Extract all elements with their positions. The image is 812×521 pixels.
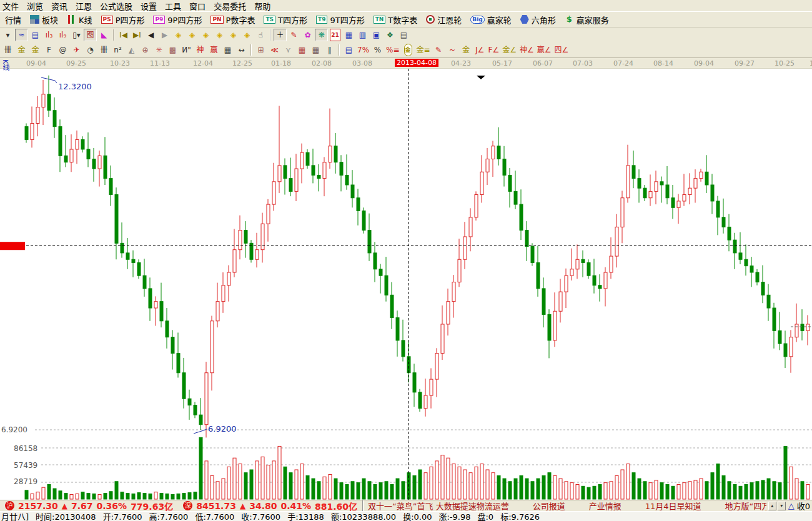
menu-window[interactable]: 窗口 — [188, 0, 207, 12]
scale-tool-icon[interactable]: ▤ — [342, 44, 355, 56]
diamond-expand-icon[interactable]: ◈ — [213, 29, 226, 41]
news-item[interactable]: 11月4日早知道 — [645, 500, 701, 511]
notepad-icon[interactable]: ▥ — [356, 29, 369, 41]
calendar-icon[interactable]: 21 — [329, 29, 342, 41]
prev-page-icon[interactable]: ◀ — [144, 29, 157, 41]
time-circle-icon[interactable]: ◔ — [84, 44, 97, 56]
hand-tool-icon[interactable]: ☝ — [254, 29, 267, 41]
flower-tool-icon[interactable]: ✿ — [301, 29, 314, 41]
v-wave-icon[interactable]: ⋎ — [282, 44, 295, 56]
gold-tool-icon[interactable]: 金 — [460, 44, 473, 56]
news-item[interactable]: 公司报道 — [533, 500, 565, 511]
pct-tool-icon[interactable]: % — [371, 44, 384, 56]
candle-edit-icon[interactable]: ✎ — [432, 44, 445, 56]
bars-3-icon[interactable]: ıl₃ — [42, 29, 56, 41]
shen-angle-icon[interactable]: 神∠ — [518, 44, 535, 56]
diamond-all-icon[interactable]: ◈ — [240, 29, 254, 41]
next-page-icon[interactable]: ▶ — [158, 29, 171, 41]
menu-trade-order[interactable]: 交易委托 — [212, 0, 247, 12]
menu-tools[interactable]: 工具 — [164, 0, 182, 12]
toolbar-market-quotes[interactable]: 行情 — [1, 12, 26, 27]
circle-cross-icon[interactable]: ⊕ — [139, 44, 152, 56]
menu-help[interactable]: 帮助 — [253, 0, 272, 12]
diamond-h-move-icon[interactable]: ◈ — [199, 29, 212, 41]
menu-settings[interactable]: 设置 — [139, 0, 158, 12]
angle-mirror-icon[interactable]: ◭ — [125, 44, 138, 56]
gold-circle-icon[interactable]: 金 — [402, 44, 415, 56]
color-bars-icon[interactable]: ◣ — [97, 29, 111, 41]
news-item[interactable]: 地方版“四万亿”会给中国经济带来 — [725, 500, 766, 511]
export-icon[interactable]: ❖ — [384, 29, 397, 41]
ticker-down-button[interactable]: ▾ — [778, 502, 786, 510]
first-page-icon[interactable]: Ⅰ◀ — [117, 29, 130, 41]
spiral-tool-icon[interactable]: @ — [56, 44, 69, 56]
h-span-icon[interactable]: ↔ — [235, 44, 248, 56]
n-marks-icon[interactable]: И" — [180, 44, 193, 56]
news-item[interactable]: 产业情报 — [589, 500, 621, 511]
print-icon[interactable]: ▤ — [397, 29, 410, 41]
menu-browse[interactable]: 浏览 — [26, 0, 44, 12]
save-icon[interactable]: ▣ — [370, 29, 383, 41]
ying-angle-icon[interactable]: 赢∠ — [536, 44, 553, 56]
toolbar-p-number-table[interactable]: PNP数字表 — [206, 12, 259, 27]
ying-grid-icon[interactable]: 赢 — [207, 44, 220, 56]
overlay-view-icon[interactable]: ≈ — [15, 29, 28, 41]
news-item[interactable]: 双十一“菜鸟”首飞 大数据提速物流运营 — [368, 500, 509, 511]
toolbar-winner-service[interactable]: $赢家服务 — [560, 12, 613, 27]
grid-red-icon[interactable]: ▦ — [295, 44, 309, 56]
diamond-cross-icon[interactable]: ◈ — [227, 29, 240, 41]
dropdown-caret-icon[interactable]: ▾ — [1, 29, 14, 41]
gold-angle-icon[interactable]: 金∠ — [501, 44, 518, 56]
n2-tool-icon[interactable]: n² — [111, 44, 124, 56]
fib-lines-icon[interactable]: F — [42, 44, 56, 56]
toolbar-sectors[interactable]: 板块 — [26, 12, 62, 27]
toolbar-9p-square[interactable]: P99P四方形 — [149, 12, 206, 27]
menu-file[interactable]: 文件 — [1, 0, 20, 12]
rocket-tool-icon[interactable]: ✈ — [70, 44, 83, 56]
wave-line-icon[interactable]: ~ — [446, 44, 459, 56]
grid-dark-icon[interactable]: ▦ — [309, 44, 322, 56]
dense-grid-icon[interactable]: ▦ — [221, 44, 234, 56]
hash-tool-icon[interactable]: 卌 — [97, 44, 111, 56]
crosshair-tool-icon[interactable]: ＋ — [274, 29, 287, 41]
diamond-right-icon[interactable]: ◈ — [186, 29, 199, 41]
toolbar-hexagon[interactable]: 六角形 — [516, 12, 560, 27]
toolbar-winner-wheel[interactable]: Big赢家轮 — [466, 12, 515, 27]
candle-style-icon[interactable]: ▯▾ — [70, 29, 83, 41]
price-grid-icon[interactable]: 卌 — [1, 44, 14, 56]
bars-9-icon[interactable]: ıl₉ — [56, 29, 69, 41]
pen-tool-icon[interactable]: ✎ — [287, 29, 300, 41]
j-angle-icon[interactable]: J∠ — [473, 44, 487, 56]
ticker-up-button[interactable]: ▴ — [768, 502, 776, 510]
menu-gann[interactable]: 江恩 — [74, 0, 93, 12]
box-select-icon[interactable]: ⊞ — [254, 44, 267, 56]
parallel-lines-icon[interactable]: ∥ — [323, 44, 336, 56]
volume-bar — [688, 482, 691, 499]
toolbar-kline[interactable]: K线 — [62, 12, 97, 27]
toolbar-9t-square[interactable]: T99T四方形 — [312, 12, 369, 27]
starburst-icon[interactable]: ✳ — [152, 44, 166, 56]
diamond-left-icon[interactable]: ◈ — [172, 29, 185, 41]
calculator-icon[interactable]: ▦ — [342, 29, 355, 41]
f-angle-icon[interactable]: F∠ — [487, 44, 501, 56]
fan-tool-icon[interactable]: ≪ — [268, 44, 281, 56]
gold-grid-2-icon[interactable]: 金 — [29, 44, 42, 56]
gann-figure-icon[interactable]: 图 — [84, 29, 97, 41]
gold-grid-icon[interactable]: 金 — [15, 44, 28, 56]
toolbar-p-square[interactable]: PSP四方形 — [97, 12, 149, 27]
toolbar-t-square[interactable]: TST四方形 — [259, 12, 312, 27]
gold-lines-icon[interactable]: 金≡ — [415, 44, 432, 56]
last-page-icon[interactable]: ▶Ⅰ — [131, 29, 144, 41]
si-angle-icon[interactable]: 四∠ — [553, 44, 570, 56]
toolbar-gann-wheel[interactable]: 江恩轮 — [422, 12, 466, 27]
doc-view-icon[interactable]: ▤ — [29, 29, 42, 41]
pct-lines-icon[interactable]: %≡ — [385, 44, 400, 56]
menu-news[interactable]: 资讯 — [50, 0, 69, 12]
pct7-tool-icon[interactable]: 7% — [356, 44, 370, 56]
web-square-icon[interactable]: ▩ — [166, 44, 179, 56]
menu-formula-stock-pick[interactable]: 公式选股 — [99, 0, 134, 12]
candle — [486, 159, 489, 172]
toolbar-t-number-table[interactable]: TNT数字表 — [369, 12, 422, 27]
brain-tool-icon[interactable]: ❋ — [315, 29, 328, 41]
shen-grid-icon[interactable]: 神 — [194, 44, 207, 56]
